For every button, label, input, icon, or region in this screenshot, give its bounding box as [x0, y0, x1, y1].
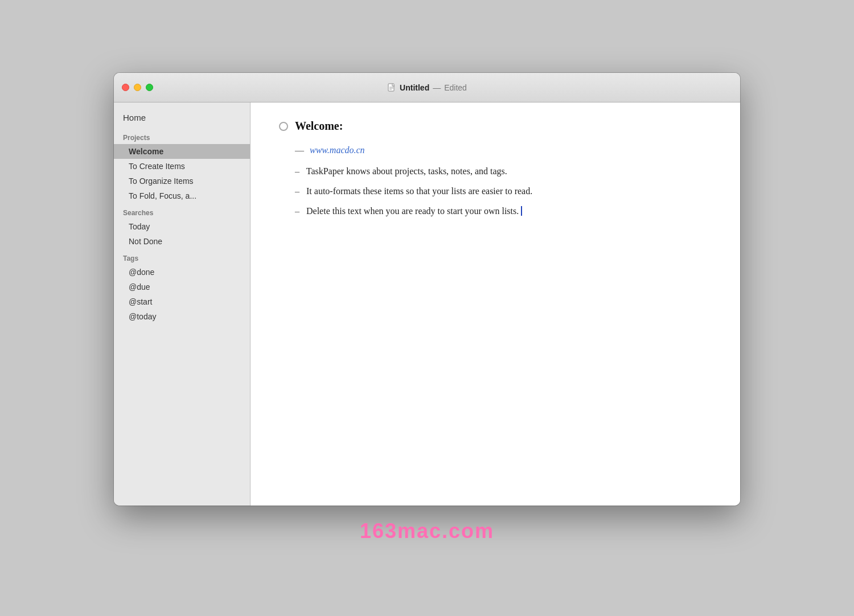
editor-note-link: — www.macdo.cn: [295, 143, 712, 158]
editor-task-1: – TaskPaper knows about projects, tasks,…: [295, 163, 712, 179]
text-cursor: [519, 206, 522, 216]
editor[interactable]: Welcome: — www.macdo.cn – TaskPaper know…: [251, 102, 740, 506]
document-title: Untitled: [400, 83, 429, 92]
close-button[interactable]: [122, 84, 129, 91]
sidebar-item-tag-start[interactable]: @start: [114, 294, 250, 309]
sidebar-item-welcome[interactable]: Welcome: [114, 144, 250, 159]
editor-task-3: – Delete this text when you are ready to…: [295, 203, 712, 219]
document-icon: [387, 83, 396, 92]
project-title: Welcome:: [295, 120, 343, 133]
maximize-button[interactable]: [146, 84, 153, 91]
task-text-2: It auto-formats these items so that your…: [306, 186, 532, 196]
sidebar-item-tag-done[interactable]: @done: [114, 265, 250, 280]
content-area: Home Projects Welcome To Create Items To…: [114, 102, 740, 506]
task-text-3: Delete this text when you are ready to s…: [306, 206, 519, 216]
editor-task-2: – It auto-formats these items so that yo…: [295, 183, 712, 199]
sidebar: Home Projects Welcome To Create Items To…: [114, 102, 251, 506]
sidebar-item-today[interactable]: Today: [114, 219, 250, 234]
sidebar-item-not-done[interactable]: Not Done: [114, 234, 250, 249]
sidebar-item-to-fold-focus[interactable]: To Fold, Focus, a...: [114, 188, 250, 203]
note-dash-1: —: [295, 145, 304, 155]
task-dash-2: –: [295, 186, 299, 196]
project-bullet: [279, 122, 288, 131]
sidebar-section-searches: Searches: [114, 203, 250, 219]
task-dash-3: –: [295, 206, 299, 216]
titlebar: Untitled — Edited: [114, 73, 740, 102]
window-title: Untitled — Edited: [387, 83, 467, 92]
sidebar-item-to-create-items[interactable]: To Create Items: [114, 159, 250, 174]
title-separator: —: [433, 83, 441, 92]
app-window: Untitled — Edited Home Projects Welcome …: [114, 73, 740, 506]
sidebar-item-to-organize-items[interactable]: To Organize Items: [114, 174, 250, 188]
task-dash-1: –: [295, 166, 299, 176]
sidebar-section-projects: Projects: [114, 128, 250, 144]
minimize-button[interactable]: [134, 84, 141, 91]
watermark: 163mac.com: [360, 519, 494, 543]
sidebar-home[interactable]: Home: [114, 110, 250, 128]
sidebar-item-tag-due[interactable]: @due: [114, 280, 250, 294]
sidebar-section-tags: Tags: [114, 249, 250, 265]
project-header: Welcome:: [279, 120, 712, 133]
task-text-1: TaskPaper knows about projects, tasks, n…: [306, 166, 507, 176]
traffic-lights: [122, 84, 153, 91]
sidebar-item-tag-today[interactable]: @today: [114, 309, 250, 324]
document-status: Edited: [444, 83, 467, 92]
macdo-link[interactable]: www.macdo.cn: [310, 145, 365, 155]
